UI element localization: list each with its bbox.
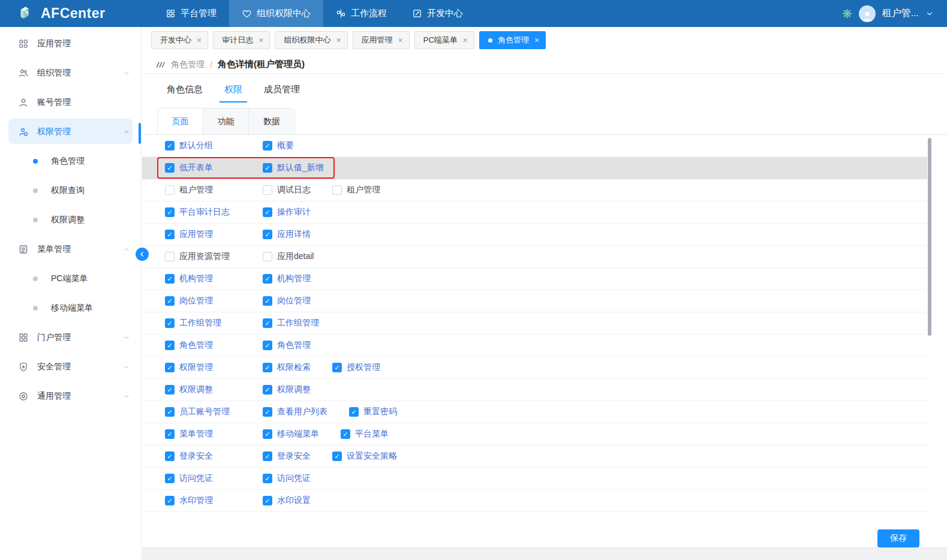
perm-tab-function[interactable]: 功能: [203, 109, 249, 134]
perm-item[interactable]: ✓应用详情: [263, 229, 311, 240]
sidebar-item-security-management[interactable]: 安全管理: [0, 352, 141, 381]
tab-chip-app-management[interactable]: 应用管理×: [353, 31, 410, 49]
perm-item[interactable]: ✓移动端菜单: [263, 429, 319, 439]
sidebar-item-pc-menu[interactable]: PC端菜单: [0, 264, 141, 293]
perm-item[interactable]: ✓菜单管理: [165, 429, 263, 439]
sidebar-item-permission-management[interactable]: 权限管理: [0, 117, 141, 146]
flower-icon[interactable]: ❋: [842, 8, 852, 20]
checkbox[interactable]: ✓: [263, 363, 272, 372]
perm-item[interactable]: 调试日志: [263, 185, 311, 195]
perm-item[interactable]: ✓权限调整: [263, 384, 311, 395]
sidebar-scrollbar-thumb[interactable]: [139, 123, 141, 144]
perm-item[interactable]: ✓权限管理: [165, 362, 263, 373]
checkbox[interactable]: ✓: [165, 318, 175, 328]
close-icon[interactable]: ×: [336, 36, 341, 44]
checkbox[interactable]: [165, 185, 175, 195]
perm-item[interactable]: ✓概要: [263, 140, 294, 151]
checkbox[interactable]: ✓: [263, 163, 272, 173]
checkbox[interactable]: ✓: [263, 407, 272, 417]
checkbox[interactable]: ✓: [165, 163, 175, 173]
checkbox[interactable]: ✓: [165, 341, 175, 350]
checkbox[interactable]: [263, 185, 272, 195]
checkbox[interactable]: ✓: [263, 230, 272, 239]
checkbox[interactable]: ✓: [165, 474, 175, 483]
tab-chip-role-management[interactable]: 角色管理×: [479, 31, 546, 49]
sidebar-collapse-button[interactable]: [136, 248, 149, 261]
perm-item[interactable]: ✓工作组管理: [165, 318, 263, 329]
checkbox[interactable]: ✓: [165, 141, 175, 150]
avatar[interactable]: [859, 5, 876, 22]
checkbox[interactable]: ✓: [165, 274, 175, 284]
topnav-item-platform-management[interactable]: 平台管理: [153, 0, 229, 27]
perm-item[interactable]: ✓水印管理: [165, 495, 263, 506]
checkbox[interactable]: ✓: [263, 141, 272, 150]
sidebar-item-mobile-menu[interactable]: 移动端菜单: [0, 293, 141, 323]
checkbox[interactable]: ✓: [165, 385, 175, 395]
checkbox[interactable]: ✓: [341, 429, 350, 439]
checkbox[interactable]: ✓: [263, 207, 272, 217]
checkbox[interactable]: [165, 252, 175, 261]
perm-item[interactable]: ✓权限调整: [165, 384, 263, 395]
sidebar-item-account-management[interactable]: 账号管理: [0, 88, 141, 117]
perm-item[interactable]: ✓重置密码: [349, 407, 397, 417]
checkbox[interactable]: [332, 185, 342, 195]
perm-item[interactable]: ✓查看用户列表: [263, 407, 327, 417]
tab-chip-pc-menu[interactable]: PC端菜单×: [414, 31, 474, 49]
perm-item[interactable]: ✓登录安全: [165, 451, 263, 462]
checkbox[interactable]: ✓: [263, 385, 272, 395]
checkbox[interactable]: ✓: [263, 451, 272, 461]
checkbox[interactable]: ✓: [165, 230, 175, 239]
perm-item[interactable]: ✓权限检索: [263, 362, 311, 373]
sidebar-item-app-management[interactable]: 应用管理: [0, 29, 141, 58]
checkbox[interactable]: [263, 252, 272, 261]
perm-item[interactable]: 租户管理: [165, 185, 263, 195]
perm-item[interactable]: ✓授权管理: [332, 362, 380, 373]
perm-item[interactable]: ✓默认值_新增: [263, 162, 324, 173]
perm-item[interactable]: 应用detail: [263, 251, 314, 262]
checkbox[interactable]: ✓: [165, 496, 175, 505]
checkbox[interactable]: ✓: [332, 363, 342, 372]
tab-chip-audit-log[interactable]: 审计日志×: [213, 31, 270, 49]
perm-item[interactable]: ✓平台审计日志: [165, 207, 263, 218]
checkbox[interactable]: ✓: [165, 296, 175, 306]
perm-item[interactable]: ✓岗位管理: [165, 296, 263, 306]
detail-tab-role-info[interactable]: 角色信息: [162, 79, 208, 103]
perm-tab-page[interactable]: 页面: [158, 109, 203, 134]
sidebar-item-menu-management[interactable]: 菜单管理: [0, 234, 141, 264]
sidebar-item-permission-query[interactable]: 权限查询: [0, 176, 141, 205]
checkbox[interactable]: ✓: [165, 207, 175, 217]
perm-item[interactable]: ✓角色管理: [165, 340, 263, 351]
close-icon[interactable]: ×: [463, 36, 468, 44]
perm-item[interactable]: ✓员工账号管理: [165, 407, 263, 417]
perm-item[interactable]: ✓岗位管理: [263, 296, 311, 306]
topnav-item-workflow[interactable]: 工作流程: [323, 0, 399, 27]
checkbox[interactable]: ✓: [263, 474, 272, 483]
perm-item[interactable]: 应用资源管理: [165, 251, 263, 262]
close-icon[interactable]: ×: [197, 36, 202, 44]
checkbox[interactable]: ✓: [263, 341, 272, 350]
checkbox[interactable]: ✓: [263, 296, 272, 306]
checkbox[interactable]: ✓: [165, 429, 175, 439]
perm-item[interactable]: ✓访问凭证: [165, 473, 263, 484]
current-user-label[interactable]: 租户管...: [882, 7, 919, 20]
perm-item[interactable]: ✓应用管理: [165, 229, 263, 240]
breadcrumb-parent[interactable]: 角色管理: [171, 59, 205, 70]
close-icon[interactable]: ×: [398, 36, 403, 44]
save-button[interactable]: 保存: [877, 529, 919, 547]
checkbox[interactable]: ✓: [165, 363, 175, 372]
sidebar-item-portal-management[interactable]: 门户管理: [0, 323, 141, 352]
perm-item[interactable]: ✓默认分组: [165, 140, 263, 151]
perm-item[interactable]: ✓机构管理: [263, 273, 311, 284]
perm-tab-data[interactable]: 数据: [249, 109, 294, 134]
sidebar-item-permission-adjust[interactable]: 权限调整: [0, 205, 141, 234]
perm-item[interactable]: ✓机构管理: [165, 273, 263, 284]
sidebar-item-org-management[interactable]: 组织管理: [0, 58, 141, 88]
checkbox[interactable]: ✓: [263, 318, 272, 328]
checkbox[interactable]: ✓: [165, 451, 175, 461]
close-icon[interactable]: ×: [258, 36, 263, 44]
tab-chip-dev-center[interactable]: 开发中心×: [151, 31, 208, 49]
checkbox[interactable]: ✓: [332, 451, 342, 461]
perm-item[interactable]: ✓设置安全策略: [332, 451, 397, 462]
perm-item[interactable]: ✓工作组管理: [263, 318, 319, 329]
perm-item[interactable]: ✓低开表单: [165, 162, 263, 173]
